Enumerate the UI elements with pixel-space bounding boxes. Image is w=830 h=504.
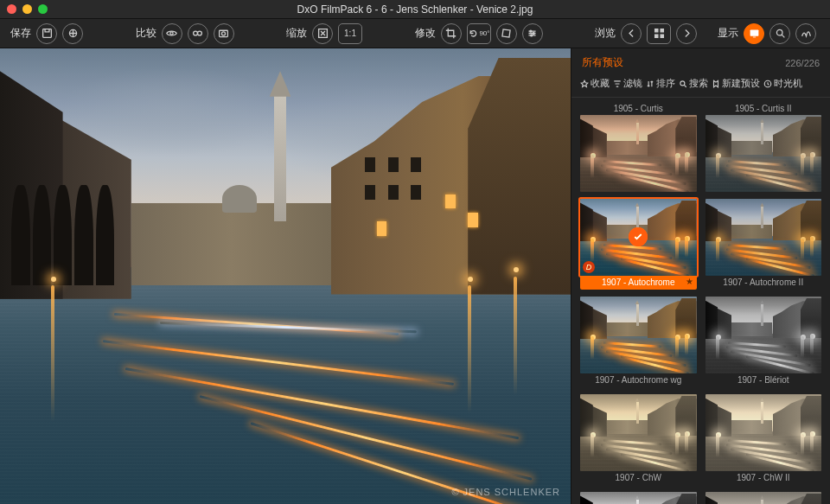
svg-rect-17 [752,37,755,38]
traffic-lights [7,4,48,14]
main-image: © JENS SCHLENKER [0,48,571,504]
presets-sidebar: 所有预设 226/226 收藏 滤镜 排序 搜索 新建预设 [571,48,830,504]
presets-grid: 1905 - Curtis 1905 - Curtis II D1907 - A… [571,98,830,504]
preset-item[interactable]: 1910 - FordT [580,492,697,504]
preset-label-top: 1905 - Curtis II [706,103,822,115]
adjust-button[interactable] [522,23,543,44]
preset-label-bottom: 1907 - Blériot [706,373,822,387]
preset-item[interactable]: 1907 - ChW [580,394,697,485]
filter-favorites[interactable]: 收藏 [580,77,610,90]
preset-thumbnail[interactable] [580,394,697,471]
display-loupe-button[interactable] [769,23,790,44]
svg-rect-15 [661,35,663,37]
prev-image-button[interactable] [621,23,642,44]
preset-thumbnail[interactable] [580,115,697,192]
filter-sort[interactable]: 排序 [646,77,675,90]
svg-rect-13 [661,29,663,32]
svg-point-10 [533,33,534,35]
favorite-star-icon[interactable]: ★ [686,275,693,289]
preset-thumbnail[interactable] [706,297,822,373]
display-histogram-button[interactable] [795,23,816,44]
next-image-button[interactable] [676,23,697,44]
preset-thumbnail[interactable] [580,297,697,373]
svg-point-6 [221,32,225,35]
preset-thumbnail[interactable] [706,199,822,276]
svg-point-4 [198,31,202,35]
preset-label-bottom: 1907 - Autochrome wg [580,373,697,387]
crop-button[interactable] [441,23,462,44]
preset-thumbnail[interactable]: D [580,199,697,276]
save-label: 保存 [10,26,31,41]
zoom-1to1-button[interactable]: 1:1 [338,23,362,44]
svg-point-18 [776,29,782,35]
preset-label-bottom: 1907 - ChW [580,471,697,485]
svg-point-9 [530,30,532,32]
window-title: DxO FilmPack 6 - 6 - Jens Schlenker - Ve… [0,3,830,16]
close-window-button[interactable] [7,4,16,14]
zoom-fit-button[interactable] [312,23,333,44]
compare-snapshot-button[interactable] [214,23,234,44]
grid-view-button[interactable] [647,23,671,44]
preset-item[interactable]: 1907 - ChW II [706,394,822,485]
preset-item[interactable]: 1907 - Autochrome II [706,199,822,290]
window-titlebar: DxO FilmPack 6 - 6 - Jens Schlenker - Ve… [0,0,830,19]
preset-thumbnail[interactable] [706,394,822,471]
filter-filter[interactable]: 滤镜 [613,77,642,90]
preset-thumbnail[interactable] [706,115,822,192]
svg-point-2 [170,32,173,35]
preset-label-bottom: 1907 - Autochrome II [706,276,822,290]
preset-label-bottom: 1907 - Autochrome★ [580,276,697,290]
svg-point-3 [194,31,198,35]
save-button[interactable] [36,23,57,44]
preset-item[interactable]: 1905 - Curtis II [706,103,822,192]
toolbar: 保存 比较 缩放 1:1 修改 90° 浏览 显示 [0,19,830,48]
svg-rect-8 [502,29,510,37]
preset-item[interactable]: 1907 - Autochrome wg [580,297,697,387]
image-viewer[interactable]: © JENS SCHLENKER [0,48,571,504]
svg-rect-12 [654,29,657,32]
zoom-label: 缩放 [286,26,307,41]
filter-search[interactable]: 搜索 [679,77,708,90]
minimize-window-button[interactable] [22,4,32,14]
preset-label-top: 1905 - Curtis [580,103,697,115]
preset-thumbnail[interactable] [706,492,822,504]
preset-count: 226/226 [785,58,820,68]
svg-point-19 [680,80,685,85]
preset-label-bottom: 1907 - ChW II [706,471,822,485]
watermark: © JENS SCHLENKER [451,487,560,497]
compare-split-button[interactable] [188,23,208,44]
rotate-button[interactable]: 90° [467,23,491,44]
preset-item[interactable]: 1905 - Curtis [580,103,697,192]
sidebar-title: 所有预设 [582,55,623,70]
preset-item[interactable]: 1907 - Blériot [706,297,822,387]
svg-point-11 [531,35,533,36]
filter-time-machine[interactable]: 时光机 [763,77,802,90]
filter-new-preset[interactable]: 新建预设 [712,77,760,90]
preset-item[interactable]: D1907 - Autochrome★ [580,199,697,290]
svg-rect-14 [654,35,657,37]
maximize-window-button[interactable] [38,4,48,14]
display-label: 显示 [718,26,738,41]
export-button[interactable] [62,23,83,44]
edit-label: 修改 [415,26,436,41]
svg-rect-16 [750,29,758,35]
straighten-button[interactable] [496,23,517,44]
preset-badge-icon: D [583,261,595,273]
svg-rect-0 [42,29,51,38]
preset-filter-bar: 收藏 滤镜 排序 搜索 新建预设 时光机 [571,73,830,98]
preset-thumbnail[interactable] [580,492,697,504]
compare-label: 比较 [136,26,156,41]
browse-label: 浏览 [595,26,616,41]
display-presets-button[interactable] [744,23,764,44]
preset-item[interactable] [706,492,822,504]
compare-eye-button[interactable] [162,23,182,44]
